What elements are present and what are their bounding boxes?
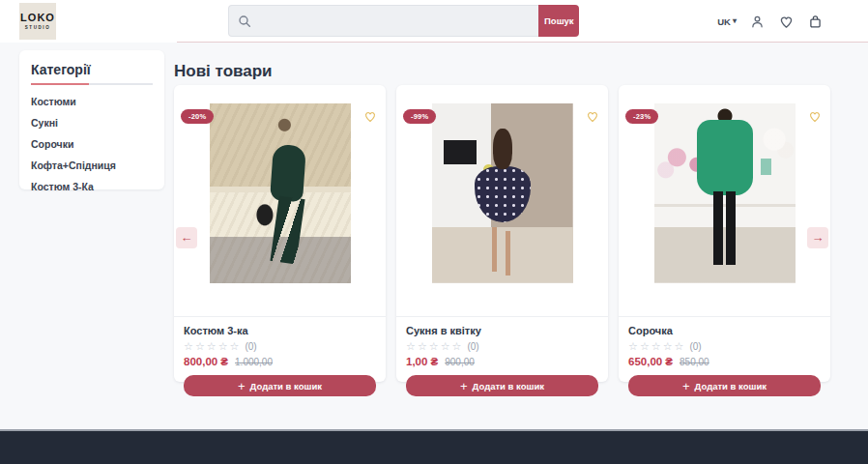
old-price: 850,00 [680, 357, 709, 367]
star-icon: ☆ [406, 340, 416, 352]
old-price: 900,00 [445, 357, 475, 367]
star-icon: ☆ [207, 340, 217, 352]
star-icon: ☆ [663, 340, 673, 352]
product-image: -99% [396, 103, 608, 317]
product-info: Костюм 3-ка ☆☆☆☆☆ (0) 800,00 ₴ 1.000,00 … [174, 317, 386, 396]
add-to-cart-label: Додати в кошик [695, 381, 767, 392]
search-input[interactable] [256, 7, 535, 37]
header: LOKO STUDIO Пошук UK ▾ [0, 0, 868, 43]
search-button[interactable]: Пошук [538, 5, 579, 37]
star-icon: ☆ [452, 340, 462, 352]
header-actions: UK ▾ [717, 0, 824, 43]
product-info: Сорочка ☆☆☆☆☆ (0) 650,00 ₴ 850,00 + Дода… [619, 317, 830, 396]
category-list: Костюми Сукні Сорочки Кофта+Спідниця Кос… [31, 91, 153, 197]
search-icon [237, 14, 252, 29]
sidebar-item-sukni[interactable]: Сукні [31, 112, 153, 133]
star-icon: ☆ [184, 340, 193, 352]
favorite-icon[interactable] [585, 109, 600, 124]
plus-icon: + [682, 380, 690, 392]
wishlist-icon[interactable] [778, 14, 795, 30]
add-to-cart-button[interactable]: + Додати в кошик [184, 375, 376, 396]
title-underline [31, 83, 153, 85]
product-card[interactable]: -20% Костюм 3-ка ☆☆☆☆☆ (0) 800,00 ₴ 1.00… [174, 85, 386, 382]
star-icon: ☆ [230, 340, 240, 352]
rating-count: (0) [689, 341, 701, 352]
plus-icon: + [238, 380, 246, 392]
star-icon: ☆ [675, 340, 684, 352]
account-icon[interactable] [749, 14, 766, 30]
price-row: 800,00 ₴ 1.000,00 [184, 356, 376, 367]
language-label: UK [717, 16, 731, 27]
product-carousel: -20% Костюм 3-ка ☆☆☆☆☆ (0) 800,00 ₴ 1.00… [174, 85, 830, 382]
favorite-icon[interactable] [807, 109, 823, 124]
product-photo [210, 103, 351, 283]
page-title: Нові товари [174, 62, 273, 81]
rating: ☆☆☆☆☆ (0) [628, 340, 821, 352]
brand-logo[interactable]: LOKO STUDIO [19, 3, 56, 40]
cart-icon[interactable] [807, 14, 824, 30]
chevron-down-icon: ▾ [733, 17, 737, 25]
header-divider [177, 42, 868, 43]
carousel-next-button[interactable]: → [807, 227, 828, 248]
current-price: 800,00 ₴ [184, 356, 228, 367]
product-photo [654, 103, 796, 283]
product-info: Сукня в квітку ☆☆☆☆☆ (0) 1,00 ₴ 900,00 +… [396, 317, 608, 396]
sidebar-item-kostiumy[interactable]: Костюми [31, 91, 153, 112]
plus-icon: + [460, 380, 468, 392]
add-to-cart-button[interactable]: + Додати в кошик [406, 375, 598, 396]
price-row: 650,00 ₴ 850,00 [628, 356, 821, 367]
search-bar: Пошук [228, 5, 579, 37]
product-title[interactable]: Сукня в квітку [406, 325, 598, 336]
add-to-cart-label: Додати в кошик [250, 381, 322, 392]
star-icon: ☆ [218, 340, 228, 352]
product-title[interactable]: Сорочка [628, 325, 821, 336]
current-price: 1,00 ₴ [406, 356, 438, 367]
current-price: 650,00 ₴ [628, 356, 673, 367]
old-price: 1.000,00 [235, 357, 273, 367]
product-card[interactable]: -23% Сорочка ☆☆☆☆☆ (0) 650,00 ₴ 850,00 [619, 85, 830, 382]
add-to-cart-button[interactable]: + Додати в кошик [628, 375, 821, 396]
arrow-left-icon: ← [181, 230, 193, 245]
footer [0, 429, 868, 464]
page: LOKO STUDIO Пошук UK ▾ [0, 0, 868, 464]
product-image: -20% [174, 103, 386, 317]
star-icon: ☆ [195, 340, 205, 352]
rating-count: (0) [245, 341, 256, 352]
sidebar-item-sorochky[interactable]: Сорочки [31, 133, 153, 155]
product-title[interactable]: Костюм 3-ка [184, 325, 376, 336]
product-image: -23% [619, 103, 830, 317]
product-card[interactable]: -99% Сукня в квітку ☆☆☆☆☆ (0) 1,00 ₴ 900… [396, 85, 608, 382]
star-icon: ☆ [418, 340, 427, 352]
star-icon: ☆ [441, 340, 450, 352]
star-icon: ☆ [628, 340, 638, 352]
favorite-icon[interactable] [362, 109, 378, 124]
carousel-prev-button[interactable]: ← [176, 227, 197, 248]
search-input-box [228, 5, 538, 37]
add-to-cart-label: Додати в кошик [473, 381, 544, 392]
language-selector[interactable]: UK ▾ [717, 16, 737, 27]
brand-name: LOKO [20, 13, 55, 23]
arrow-right-icon: → [812, 230, 825, 245]
rating-count: (0) [467, 341, 478, 352]
product-photo [432, 103, 573, 283]
star-icon: ☆ [640, 340, 650, 352]
star-icon: ☆ [429, 340, 439, 352]
categories-panel: Категорії Костюми Сукні Сорочки Кофта+Сп… [19, 50, 164, 189]
sidebar-item-kostium-3ka[interactable]: Костюм 3-Ка [31, 176, 153, 197]
rating: ☆☆☆☆☆ (0) [184, 340, 376, 352]
sidebar-item-kofta-spidnytsia[interactable]: Кофта+Спідниця [31, 155, 153, 176]
rating: ☆☆☆☆☆ (0) [406, 340, 598, 352]
discount-badge: -99% [403, 109, 436, 124]
brand-subtitle: STUDIO [25, 25, 51, 30]
star-icon: ☆ [651, 340, 661, 352]
categories-title: Категорії [31, 62, 153, 77]
discount-badge: -20% [181, 109, 214, 124]
discount-badge: -23% [625, 109, 658, 124]
price-row: 1,00 ₴ 900,00 [406, 356, 598, 367]
